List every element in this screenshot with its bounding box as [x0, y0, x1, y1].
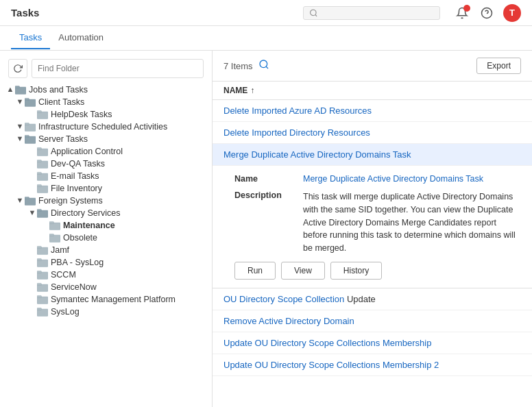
action-buttons: Run View History	[234, 262, 521, 280]
chevron-server-tasks[interactable]: ▼	[15, 134, 25, 144]
global-search-input[interactable]	[321, 8, 434, 18]
sidebar-item-helpdesk-tasks[interactable]: HelpDesk Tasks	[3, 108, 212, 121]
list-item[interactable]: OU Directory Scope Collection Update	[213, 288, 532, 310]
sidebar-item-jobs-and-tasks[interactable]: ▲ Jobs and Tasks	[3, 84, 212, 96]
sidebar-item-pba-syslog[interactable]: PBA - SysLog	[3, 256, 212, 269]
svg-rect-27	[49, 221, 53, 223]
main-content: 7 Items Export NAME ↑ Delete Imported Az…	[213, 51, 532, 407]
help-button[interactable]	[479, 5, 495, 21]
svg-rect-13	[25, 135, 29, 137]
folder-icon-infrastructure	[25, 122, 36, 132]
chevron-directory-services[interactable]: ▼	[27, 208, 37, 218]
chevron-jobs-and-tasks[interactable]: ▲	[5, 85, 15, 95]
svg-rect-25	[37, 209, 41, 211]
folder-icon-server-tasks	[25, 134, 36, 144]
list-item[interactable]: Remove Active Directory Domain	[213, 310, 532, 332]
notifications-button[interactable]	[454, 5, 470, 21]
sidebar-item-obsolete[interactable]: Obsolete	[3, 232, 212, 244]
sidebar-item-file-inventory[interactable]: File Inventory	[3, 182, 212, 195]
list-item[interactable]: Delete Imported Directory Resources	[213, 122, 532, 144]
list-item[interactable]: Delete Imported Azure AD Resources	[213, 100, 532, 122]
sidebar-label-jamf: Jamf	[51, 245, 69, 255]
sidebar-label-server-tasks: Server Tasks	[38, 134, 88, 144]
page-title: Tasks	[11, 7, 39, 18]
sidebar: ▲ Jobs and Tasks ▼ Client Tasks HelpDesk…	[0, 51, 213, 407]
list-item[interactable]: Update OU Directory Scope Collections Me…	[213, 332, 532, 354]
folder-search-input[interactable]	[32, 59, 204, 78]
content-search-button[interactable]	[258, 59, 269, 73]
sidebar-item-servicenow[interactable]: ServiceNow	[3, 281, 212, 293]
svg-rect-15	[37, 147, 41, 149]
folder-icon-helpdesk	[37, 110, 48, 119]
item-link-4-partial[interactable]: OU Directory Scope Collection	[223, 294, 344, 304]
sort-arrow-icon[interactable]: ↑	[250, 86, 254, 95]
svg-line-43	[266, 66, 268, 69]
sidebar-label-symantec: Symantec Management Platform	[51, 295, 176, 304]
item-detail: Name Merge Duplicate Active Directory Do…	[213, 166, 532, 288]
sidebar-item-client-tasks[interactable]: ▼ Client Tasks	[3, 96, 212, 108]
list-item-expanded[interactable]: Merge Duplicate Active Directory Domains…	[213, 144, 532, 166]
item-count: 7 Items	[223, 61, 253, 71]
item-link-2[interactable]: Delete Imported Directory Resources	[223, 127, 370, 138]
folder-icon-app-control	[37, 147, 48, 156]
item-link-5[interactable]: Remove Active Directory Domain	[223, 316, 354, 326]
sidebar-item-foreign-systems[interactable]: ▼ Foreign Systems	[3, 195, 212, 207]
sidebar-item-sccm[interactable]: SCCM	[3, 269, 212, 281]
folder-icon-directory-services	[37, 208, 48, 218]
history-button[interactable]: History	[330, 262, 382, 280]
column-name-header: NAME	[223, 86, 247, 95]
sidebar-label-obsolete: Obsolete	[63, 233, 97, 243]
refresh-button[interactable]	[8, 59, 27, 78]
search-icon	[258, 59, 269, 70]
sidebar-item-symantec[interactable]: Symantec Management Platform	[3, 293, 212, 306]
svg-rect-17	[37, 160, 41, 162]
item-link-6[interactable]: Update OU Directory Scope Collections Me…	[223, 338, 431, 348]
svg-rect-19	[37, 172, 41, 174]
sidebar-label-client-tasks: Client Tasks	[38, 97, 84, 107]
export-button[interactable]: Export	[476, 58, 521, 74]
folder-icon-foreign-systems	[25, 196, 36, 206]
sidebar-item-dev-qa[interactable]: Dev-QA Tasks	[3, 158, 212, 170]
sidebar-item-maintenance[interactable]: Maintenance	[3, 219, 212, 232]
user-avatar[interactable]: T	[503, 4, 521, 22]
global-search-bar[interactable]	[303, 6, 440, 20]
svg-rect-35	[37, 271, 41, 273]
svg-rect-29	[49, 234, 53, 236]
sidebar-item-infrastructure[interactable]: ▼ Infrastructure Scheduled Activities	[3, 121, 212, 133]
content-toolbar: 7 Items Export	[213, 51, 532, 82]
chevron-client-tasks[interactable]: ▼	[15, 97, 25, 107]
chevron-foreign-systems[interactable]: ▼	[15, 196, 25, 206]
item-link-1[interactable]: Delete Imported Azure AD Resources	[223, 106, 372, 116]
item-link-7[interactable]: Update OU Directory Scope Collections Me…	[223, 360, 439, 370]
run-button[interactable]: Run	[234, 262, 276, 280]
sidebar-item-server-tasks[interactable]: ▼ Server Tasks	[3, 133, 212, 145]
sidebar-item-app-control[interactable]: Application Control	[3, 145, 212, 158]
sidebar-label-helpdesk: HelpDesk Tasks	[51, 110, 112, 119]
folder-icon-pba-syslog	[37, 258, 48, 267]
folder-icon-email-tasks	[37, 171, 48, 181]
sidebar-item-email-tasks[interactable]: E-mail Tasks	[3, 170, 212, 182]
svg-rect-33	[37, 258, 41, 260]
sidebar-label-infrastructure: Infrastructure Scheduled Activities	[38, 122, 167, 132]
folder-icon-obsolete	[49, 233, 60, 243]
sidebar-label-email-tasks: E-mail Tasks	[51, 171, 99, 181]
chevron-infrastructure[interactable]: ▼	[15, 122, 25, 132]
help-icon	[481, 7, 493, 19]
list-item[interactable]: Update OU Directory Scope Collections Me…	[213, 354, 532, 376]
refresh-icon	[13, 64, 23, 73]
tabs-bar: Tasks Automation	[0, 26, 532, 51]
item-link-3[interactable]: Merge Duplicate Active Directory Domains…	[223, 149, 411, 160]
sidebar-label-jobs-and-tasks: Jobs and Tasks	[29, 85, 88, 95]
sidebar-item-jamf[interactable]: Jamf	[3, 244, 212, 256]
sidebar-item-directory-services[interactable]: ▼ Directory Services	[3, 207, 212, 219]
tab-tasks[interactable]: Tasks	[11, 27, 50, 49]
folder-icon-jamf	[37, 245, 48, 255]
view-button[interactable]: View	[281, 262, 325, 280]
sidebar-label-maintenance: Maintenance	[63, 221, 115, 230]
sidebar-label-syslog: SysLog	[51, 307, 80, 317]
detail-desc-label: Description	[234, 190, 303, 255]
svg-rect-21	[37, 184, 41, 186]
tab-automation[interactable]: Automation	[50, 27, 112, 49]
sidebar-item-syslog[interactable]: SysLog	[3, 306, 212, 318]
svg-rect-11	[25, 123, 29, 125]
